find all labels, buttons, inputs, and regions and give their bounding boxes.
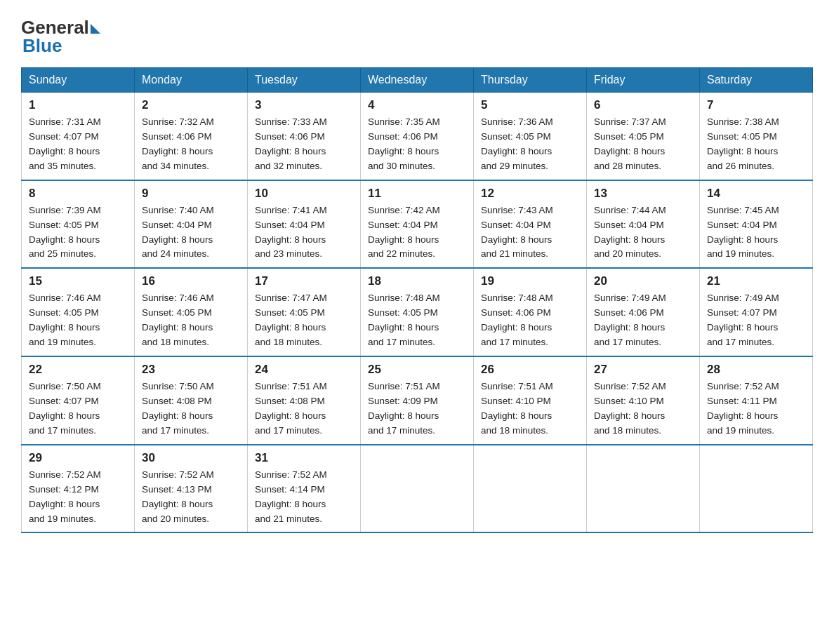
weekday-header-friday: Friday xyxy=(587,68,700,93)
weekday-header-row: SundayMondayTuesdayWednesdayThursdayFrid… xyxy=(22,68,813,93)
calendar-cell: 8Sunrise: 7:39 AMSunset: 4:05 PMDaylight… xyxy=(22,180,135,269)
day-number: 15 xyxy=(29,274,127,288)
day-number: 22 xyxy=(29,363,127,377)
calendar-cell: 22Sunrise: 7:50 AMSunset: 4:07 PMDayligh… xyxy=(22,356,135,445)
day-info: Sunrise: 7:45 AMSunset: 4:04 PMDaylight:… xyxy=(707,203,805,262)
day-info: Sunrise: 7:31 AMSunset: 4:07 PMDaylight:… xyxy=(29,115,127,174)
calendar-cell: 16Sunrise: 7:46 AMSunset: 4:05 PMDayligh… xyxy=(135,268,248,356)
calendar-week-row: 29Sunrise: 7:52 AMSunset: 4:12 PMDayligh… xyxy=(22,445,813,533)
calendar-cell: 10Sunrise: 7:41 AMSunset: 4:04 PMDayligh… xyxy=(248,180,361,269)
calendar-cell: 1Sunrise: 7:31 AMSunset: 4:07 PMDaylight… xyxy=(22,93,135,180)
day-number: 12 xyxy=(481,187,579,201)
day-info: Sunrise: 7:39 AMSunset: 4:05 PMDaylight:… xyxy=(29,203,127,262)
day-info: Sunrise: 7:33 AMSunset: 4:06 PMDaylight:… xyxy=(255,115,353,174)
day-number: 13 xyxy=(594,187,692,201)
day-number: 28 xyxy=(707,363,805,377)
calendar-cell: 11Sunrise: 7:42 AMSunset: 4:04 PMDayligh… xyxy=(361,180,474,269)
weekday-header-thursday: Thursday xyxy=(474,68,587,93)
day-number: 4 xyxy=(368,98,466,112)
calendar-cell: 18Sunrise: 7:48 AMSunset: 4:05 PMDayligh… xyxy=(361,268,474,356)
day-info: Sunrise: 7:50 AMSunset: 4:07 PMDaylight:… xyxy=(29,380,127,438)
day-number: 7 xyxy=(707,98,805,112)
day-info: Sunrise: 7:46 AMSunset: 4:05 PMDaylight:… xyxy=(142,291,240,350)
day-info: Sunrise: 7:42 AMSunset: 4:04 PMDaylight:… xyxy=(368,203,466,262)
calendar-cell: 21Sunrise: 7:49 AMSunset: 4:07 PMDayligh… xyxy=(700,268,813,356)
day-info: Sunrise: 7:49 AMSunset: 4:07 PMDaylight:… xyxy=(707,291,805,350)
day-info: Sunrise: 7:52 AMSunset: 4:10 PMDaylight:… xyxy=(594,380,692,438)
calendar-cell: 25Sunrise: 7:51 AMSunset: 4:09 PMDayligh… xyxy=(361,356,474,445)
day-info: Sunrise: 7:47 AMSunset: 4:05 PMDaylight:… xyxy=(255,291,353,350)
day-number: 26 xyxy=(481,363,579,377)
weekday-header-sunday: Sunday xyxy=(22,68,135,93)
weekday-header-monday: Monday xyxy=(135,68,248,93)
day-info: Sunrise: 7:48 AMSunset: 4:06 PMDaylight:… xyxy=(481,291,579,350)
calendar-week-row: 15Sunrise: 7:46 AMSunset: 4:05 PMDayligh… xyxy=(22,268,813,356)
day-number: 20 xyxy=(594,274,692,288)
calendar-table: SundayMondayTuesdayWednesdayThursdayFrid… xyxy=(21,67,813,533)
day-number: 14 xyxy=(707,187,805,201)
calendar-cell: 19Sunrise: 7:48 AMSunset: 4:06 PMDayligh… xyxy=(474,268,587,356)
day-number: 17 xyxy=(255,274,353,288)
day-info: Sunrise: 7:52 AMSunset: 4:13 PMDaylight:… xyxy=(142,468,240,527)
calendar-week-row: 22Sunrise: 7:50 AMSunset: 4:07 PMDayligh… xyxy=(22,356,813,445)
calendar-cell: 24Sunrise: 7:51 AMSunset: 4:08 PMDayligh… xyxy=(248,356,361,445)
day-number: 16 xyxy=(142,274,240,288)
day-number: 25 xyxy=(368,363,466,377)
day-number: 27 xyxy=(594,363,692,377)
day-number: 9 xyxy=(142,187,240,201)
day-number: 31 xyxy=(255,451,353,465)
logo: General Blue xyxy=(21,18,100,55)
calendar-cell: 7Sunrise: 7:38 AMSunset: 4:05 PMDaylight… xyxy=(700,93,813,180)
day-info: Sunrise: 7:37 AMSunset: 4:05 PMDaylight:… xyxy=(594,115,692,174)
calendar-cell: 29Sunrise: 7:52 AMSunset: 4:12 PMDayligh… xyxy=(22,445,135,533)
day-number: 21 xyxy=(707,274,805,288)
calendar-cell: 27Sunrise: 7:52 AMSunset: 4:10 PMDayligh… xyxy=(587,356,700,445)
day-info: Sunrise: 7:41 AMSunset: 4:04 PMDaylight:… xyxy=(255,203,353,262)
day-info: Sunrise: 7:51 AMSunset: 4:10 PMDaylight:… xyxy=(481,380,579,438)
day-number: 24 xyxy=(255,363,353,377)
day-info: Sunrise: 7:40 AMSunset: 4:04 PMDaylight:… xyxy=(142,203,240,262)
calendar-cell: 26Sunrise: 7:51 AMSunset: 4:10 PMDayligh… xyxy=(474,356,587,445)
day-number: 1 xyxy=(29,98,127,112)
day-info: Sunrise: 7:52 AMSunset: 4:11 PMDaylight:… xyxy=(707,380,805,438)
day-number: 2 xyxy=(142,98,240,112)
calendar-week-row: 8Sunrise: 7:39 AMSunset: 4:05 PMDaylight… xyxy=(22,180,813,269)
calendar-cell: 9Sunrise: 7:40 AMSunset: 4:04 PMDaylight… xyxy=(135,180,248,269)
weekday-header-saturday: Saturday xyxy=(700,68,813,93)
calendar-week-row: 1Sunrise: 7:31 AMSunset: 4:07 PMDaylight… xyxy=(22,93,813,180)
day-info: Sunrise: 7:36 AMSunset: 4:05 PMDaylight:… xyxy=(481,115,579,174)
calendar-cell: 13Sunrise: 7:44 AMSunset: 4:04 PMDayligh… xyxy=(587,180,700,269)
calendar-cell xyxy=(361,445,474,533)
calendar-cell: 31Sunrise: 7:52 AMSunset: 4:14 PMDayligh… xyxy=(248,445,361,533)
calendar-cell xyxy=(587,445,700,533)
day-number: 30 xyxy=(142,451,240,465)
calendar-cell: 4Sunrise: 7:35 AMSunset: 4:06 PMDaylight… xyxy=(361,93,474,180)
calendar-cell: 6Sunrise: 7:37 AMSunset: 4:05 PMDaylight… xyxy=(587,93,700,180)
day-number: 11 xyxy=(368,187,466,201)
day-info: Sunrise: 7:38 AMSunset: 4:05 PMDaylight:… xyxy=(707,115,805,174)
day-number: 6 xyxy=(594,98,692,112)
logo-general: General xyxy=(21,18,89,36)
calendar-cell xyxy=(474,445,587,533)
day-info: Sunrise: 7:43 AMSunset: 4:04 PMDaylight:… xyxy=(481,203,579,262)
weekday-header-tuesday: Tuesday xyxy=(248,68,361,93)
calendar-cell: 14Sunrise: 7:45 AMSunset: 4:04 PMDayligh… xyxy=(700,180,813,269)
calendar-cell: 3Sunrise: 7:33 AMSunset: 4:06 PMDaylight… xyxy=(248,93,361,180)
day-number: 5 xyxy=(481,98,579,112)
day-info: Sunrise: 7:32 AMSunset: 4:06 PMDaylight:… xyxy=(142,115,240,174)
day-number: 19 xyxy=(481,274,579,288)
day-info: Sunrise: 7:52 AMSunset: 4:12 PMDaylight:… xyxy=(29,468,127,527)
calendar-cell: 2Sunrise: 7:32 AMSunset: 4:06 PMDaylight… xyxy=(135,93,248,180)
day-number: 10 xyxy=(255,187,353,201)
calendar-cell: 5Sunrise: 7:36 AMSunset: 4:05 PMDaylight… xyxy=(474,93,587,180)
page-header: General Blue xyxy=(21,14,813,55)
day-info: Sunrise: 7:49 AMSunset: 4:06 PMDaylight:… xyxy=(594,291,692,350)
calendar-cell xyxy=(700,445,813,533)
logo-triangle-icon xyxy=(91,24,100,34)
day-info: Sunrise: 7:52 AMSunset: 4:14 PMDaylight:… xyxy=(255,468,353,527)
calendar-cell: 30Sunrise: 7:52 AMSunset: 4:13 PMDayligh… xyxy=(135,445,248,533)
day-number: 3 xyxy=(255,98,353,112)
day-number: 8 xyxy=(29,187,127,201)
day-info: Sunrise: 7:44 AMSunset: 4:04 PMDaylight:… xyxy=(594,203,692,262)
day-info: Sunrise: 7:51 AMSunset: 4:09 PMDaylight:… xyxy=(368,380,466,438)
